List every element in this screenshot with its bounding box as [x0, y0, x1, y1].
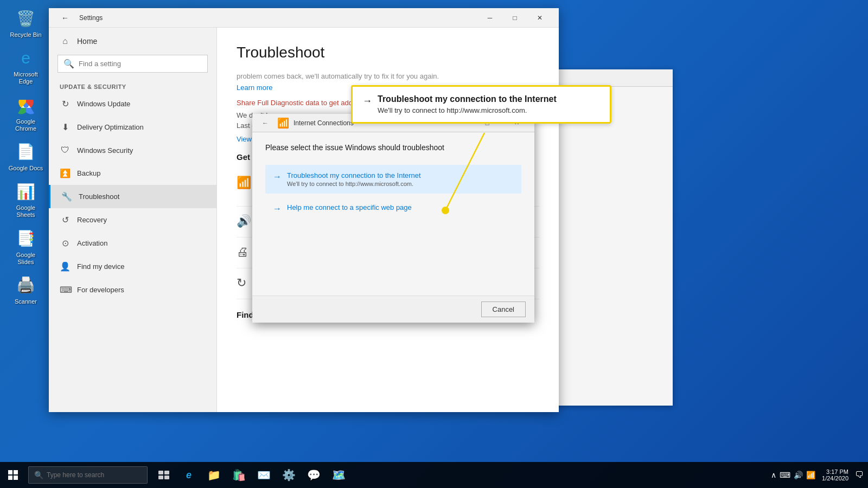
ic-cancel-btn[interactable]: Cancel	[481, 301, 526, 317]
find-device-label: Find my device	[77, 262, 124, 271]
ic-network-icon: 📶	[277, 117, 289, 129]
taskbar-right: ∧ ⌨ 🔊 📶 3:17 PM 1/24/2020 🗨	[771, 468, 868, 481]
ic-option2-info: Help me connect to a specific web page	[287, 203, 412, 211]
settings-close-btn[interactable]: ✕	[527, 8, 552, 28]
ic-option1-desc: We'll try to connect to http://www.micro…	[287, 181, 421, 187]
sidebar-search[interactable]: 🔍	[58, 55, 208, 73]
svg-rect-7	[14, 476, 18, 480]
chrome-icon	[15, 94, 37, 116]
sidebar-item-delivery-optimization[interactable]: ⬇ Delivery Optimization	[49, 115, 216, 139]
windows-update-icon: ↻	[60, 99, 71, 109]
taskbar-edge[interactable]: e	[177, 463, 201, 487]
start-button[interactable]	[0, 462, 26, 488]
chevron-up-icon[interactable]: ∧	[771, 471, 776, 479]
taskbar-clock[interactable]: 3:17 PM 1/24/2020	[818, 468, 853, 481]
svg-rect-5	[14, 470, 18, 474]
delivery-optimization-icon: ⬇	[60, 122, 71, 132]
sidebar-item-activation[interactable]: ⊙ Activation	[49, 232, 216, 255]
ic-option-troubleshoot-connection[interactable]: → Troubleshoot my connection to the Inte…	[265, 165, 521, 194]
settings-window-title: Settings	[79, 14, 477, 22]
taskbar-settings[interactable]: ⚙️	[277, 463, 301, 487]
volume-icon[interactable]: 🔊	[794, 471, 803, 479]
ic-back-btn[interactable]: ←	[258, 117, 273, 130]
settings-maximize-btn[interactable]: □	[502, 8, 527, 28]
taskbar-explorer[interactable]: 📁	[202, 463, 226, 487]
desktop-icon-gslides[interactable]: 📑 Google Slides	[5, 226, 46, 268]
scanner-icon: 🖨️	[15, 274, 37, 296]
sidebar: ⌂ Home 🔍 Update & Security ↻ Windows Upd…	[49, 28, 217, 412]
scanner-label: Scanner	[15, 298, 37, 305]
network-icon[interactable]: 📶	[806, 471, 815, 479]
desktop-icon-gdocs[interactable]: 📄 Google Docs	[5, 139, 46, 174]
recovery-label: Recovery	[77, 216, 107, 224]
notifications-icon[interactable]: 🗨	[855, 470, 864, 480]
taskbar-maps[interactable]: 🗺️	[327, 463, 350, 487]
recycle-bin-label: Recycle Bin	[10, 31, 41, 38]
desktop-icon-edge[interactable]: e Microsoft Edge	[5, 45, 46, 87]
activation-icon: ⊙	[60, 238, 71, 248]
developers-icon: ⌨	[60, 285, 71, 295]
windows-security-icon: 🛡	[60, 145, 71, 155]
taskbar-search-icon: 🔍	[34, 471, 43, 479]
sidebar-item-home[interactable]: ⌂ Home	[49, 28, 216, 55]
sidebar-item-find-device[interactable]: 👤 Find my device	[49, 255, 216, 278]
troubleshoot-label: Troubleshoot	[79, 192, 119, 201]
ic-option2-name: Help me connect to a specific web page	[287, 203, 412, 211]
taskbar-date-value: 1/24/2020	[822, 475, 848, 481]
learn-more-link[interactable]: Learn more	[237, 84, 272, 92]
backup-icon: ⏫	[60, 168, 71, 178]
ic-option2-arrow: →	[273, 204, 282, 214]
recycle-bin-icon: 🗑️	[15, 8, 37, 29]
sidebar-section-label: Update & Security	[49, 79, 216, 92]
desktop-icon-chrome[interactable]: Google Chrome	[5, 92, 46, 134]
gslides-label: Google Slides	[8, 252, 44, 266]
sidebar-search-input[interactable]	[79, 60, 202, 68]
sidebar-item-recovery[interactable]: ↺ Recovery	[49, 208, 216, 232]
desktop-icon-gsheets[interactable]: 📊 Google Sheets	[5, 178, 46, 221]
home-label: Home	[77, 37, 97, 46]
sidebar-item-developers[interactable]: ⌨ For developers	[49, 278, 216, 301]
taskbar-mail[interactable]: ✉️	[252, 463, 276, 487]
taskbar-search[interactable]: 🔍	[28, 466, 148, 484]
callout-subtitle: We'll try to connect to http://www.micro…	[378, 106, 557, 114]
backup-label: Backup	[77, 169, 100, 177]
troubleshoot-icon: 🔧	[61, 191, 72, 202]
sidebar-item-troubleshoot[interactable]: 🔧 Troubleshoot	[49, 185, 216, 208]
callout-box: → Troubleshoot my connection to the Inte…	[351, 85, 611, 124]
audio-icon: 🔊	[237, 214, 251, 228]
windows-security-label: Windows Security	[77, 146, 133, 155]
taskbar-search-input[interactable]	[47, 471, 142, 479]
settings-minimize-btn[interactable]: ─	[477, 8, 502, 28]
edge-icon: e	[15, 47, 37, 69]
keyboard-icon: ⌨	[780, 471, 790, 479]
ic-option1-info: Troubleshoot my connection to the Intern…	[287, 171, 421, 187]
desktop-icon-scanner[interactable]: 🖨️ Scanner	[5, 272, 46, 307]
internet-icon: 📶	[237, 176, 251, 190]
windows-update-label: Windows Update	[77, 100, 130, 108]
internet-connections-dialog: ← 📶 Internet Connections ─ □ ✕ Please se…	[252, 114, 534, 323]
sidebar-search-icon: 🔍	[63, 59, 74, 69]
ic-option-help-webpage[interactable]: → Help me connect to a specific web page	[265, 197, 521, 220]
delivery-optimization-label: Delivery Optimization	[77, 123, 144, 131]
sidebar-item-windows-update[interactable]: ↻ Windows Update	[49, 92, 216, 115]
svg-rect-6	[8, 476, 12, 480]
taskbar-apps: e 📁 🛍️ ✉️ ⚙️ 💬 🗺️	[152, 463, 350, 487]
learn-more-text: problem comes back, we'll automatically …	[237, 72, 539, 80]
gslides-icon: 📑	[15, 228, 37, 249]
sidebar-item-windows-security[interactable]: 🛡 Windows Security	[49, 139, 216, 162]
sidebar-item-backup[interactable]: ⏫ Backup	[49, 162, 216, 185]
taskbar-store[interactable]: 🛍️	[227, 463, 251, 487]
edge-label: Microsoft Edge	[8, 71, 44, 85]
gdocs-icon: 📄	[15, 141, 37, 163]
svg-rect-10	[158, 476, 163, 479]
desktop-icon-recycle-bin[interactable]: 🗑️ Recycle Bin	[5, 5, 46, 41]
taskbar-skype[interactable]: 💬	[302, 463, 326, 487]
ic-content: Please select the issue Windows should t…	[252, 132, 534, 296]
winupdate-icon: ↻	[237, 276, 246, 290]
taskbar-system-icons: ∧ ⌨ 🔊 📶	[771, 471, 815, 479]
recovery-icon: ↺	[60, 215, 71, 225]
callout-content: Troubleshoot my connection to the Intern…	[378, 94, 557, 114]
settings-back-btn[interactable]: ←	[55, 8, 75, 28]
taskbar-task-view[interactable]	[152, 463, 176, 487]
gsheets-icon: 📊	[15, 181, 37, 202]
